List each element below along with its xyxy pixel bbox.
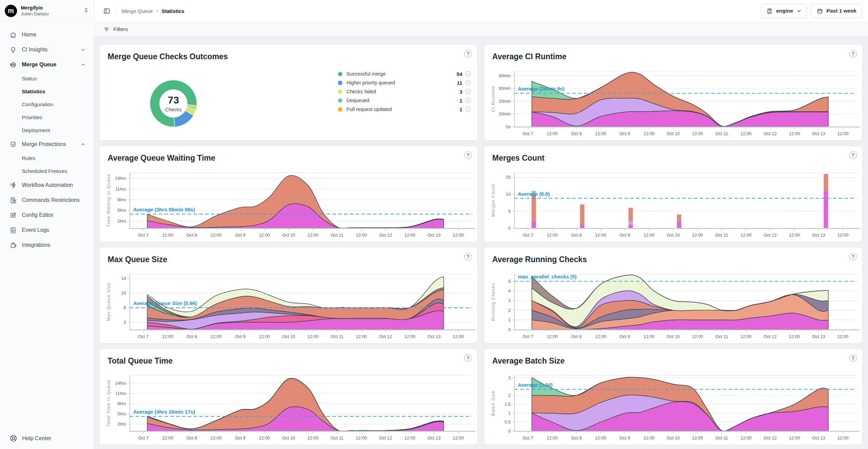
svg-text:Oct 13: Oct 13 — [812, 131, 825, 136]
sidebar-item-status[interactable]: Status — [0, 72, 94, 85]
average-line-label: Average (8.8) — [518, 191, 550, 197]
file-lock-icon — [10, 197, 17, 204]
help-icon[interactable]: ? — [849, 354, 857, 362]
info-icon[interactable]: i — [465, 98, 471, 103]
svg-text:2hrs: 2hrs — [118, 219, 126, 224]
help-icon[interactable]: ? — [464, 151, 472, 159]
sidebar-item-integrations[interactable]: Integrations — [0, 238, 94, 253]
svg-text:12:00: 12:00 — [595, 131, 606, 136]
average-line-label: Average (4hrs 16min 17s) — [133, 409, 195, 415]
sidebar-item-rules[interactable]: Rules — [0, 152, 94, 165]
main-content: Merge Queue Checks Outcomes ? 73 Checks … — [94, 37, 868, 449]
shield-check-icon — [10, 141, 17, 148]
info-icon[interactable]: i — [465, 80, 471, 85]
help-icon[interactable]: ? — [849, 151, 857, 159]
sidebar: m Mergifyio Julien Danjou HomeCI Insight… — [0, 0, 94, 449]
svg-text:12:00: 12:00 — [211, 232, 222, 238]
help-icon[interactable]: ? — [849, 50, 857, 58]
batch-size-chart: 00.511.523Oct 712:00Oct 812:00Oct 912:00… — [484, 373, 862, 443]
svg-text:3: 3 — [508, 375, 511, 380]
svg-text:40min: 40min — [499, 73, 511, 78]
legend-color-dot — [338, 107, 342, 112]
sidebar-item-configuration[interactable]: Configuration — [0, 98, 94, 111]
svg-text:0: 0 — [508, 429, 511, 434]
svg-text:Oct 10: Oct 10 — [282, 334, 295, 339]
svg-text:Oct 12: Oct 12 — [764, 232, 777, 238]
svg-text:Oct 10: Oct 10 — [282, 232, 295, 238]
home-icon — [10, 31, 17, 38]
info-icon[interactable]: i — [465, 71, 471, 77]
sidebar-item-merge-queue[interactable]: mMerge Queue — [0, 57, 94, 72]
y-axis-title: Merges Count — [491, 184, 496, 217]
svg-text:12:00: 12:00 — [404, 435, 416, 440]
svg-text:Oct 8: Oct 8 — [571, 334, 582, 339]
sidebar-item-statistics[interactable]: Statistics — [0, 85, 94, 98]
sidebar-item-commands-restrictions[interactable]: Commands Restrictions — [0, 193, 94, 208]
panel-title: Average Batch Size — [492, 356, 565, 366]
bar-segment-salmon — [580, 204, 585, 225]
svg-text:1.5: 1.5 — [505, 402, 511, 407]
panel-checks-outcomes: Merge Queue Checks Outcomes ? 73 Checks … — [99, 44, 478, 141]
svg-text:Oct 8: Oct 8 — [186, 232, 197, 238]
breadcrumb-merge-queue[interactable]: Merge Queue — [122, 8, 153, 14]
unfold-icon[interactable] — [83, 7, 89, 15]
info-icon[interactable]: i — [465, 107, 471, 112]
queue-waiting-chart: 2hrs5hrs8hrs11hrs14hrsOct 712:00Oct 812:… — [100, 170, 477, 240]
sidebar-item-config-editor[interactable]: Config Editor — [0, 208, 94, 223]
max-queue-size-chart: 261014Oct 712:00Oct 812:00Oct 912:00Oct … — [100, 271, 477, 341]
sidebar-item-label: Commands Restrictions — [22, 197, 80, 203]
svg-text:Oct 7: Oct 7 — [138, 232, 149, 238]
repository-select[interactable]: engine — [761, 4, 807, 18]
info-icon[interactable]: i — [465, 89, 471, 94]
sidebar-item-ci-insights[interactable]: CI Insights — [0, 42, 94, 57]
legend-row-checks-failed: Checks failed3i — [338, 87, 471, 96]
sidebar-item-scheduled-freezes[interactable]: Scheduled Freezes — [0, 165, 94, 178]
help-center-link[interactable]: Help Center — [10, 434, 51, 442]
svg-text:Oct 13: Oct 13 — [812, 232, 825, 238]
help-icon[interactable]: ? — [464, 253, 472, 260]
bar-segment-magenta — [824, 191, 828, 228]
legend-row-higher-priority-queued: Higher priority queued11i — [338, 78, 471, 87]
svg-text:Oct 7: Oct 7 — [138, 435, 149, 440]
svg-text:12:00: 12:00 — [837, 232, 849, 238]
svg-text:12:00: 12:00 — [162, 232, 173, 238]
chevron-up-icon — [80, 142, 86, 147]
svg-text:12:00: 12:00 — [837, 435, 849, 440]
svg-text:Oct 11: Oct 11 — [331, 232, 343, 238]
svg-text:12:00: 12:00 — [547, 334, 558, 339]
svg-text:0.5: 0.5 — [505, 419, 511, 424]
legend-label: Checks failed — [346, 89, 376, 94]
sidebar-item-merge-protections[interactable]: Merge Protections — [0, 137, 94, 152]
sidebar-toggle-icon[interactable] — [103, 7, 110, 15]
svg-text:12:00: 12:00 — [356, 334, 367, 339]
org-switcher[interactable]: m Mergifyio Julien Danjou — [0, 0, 94, 22]
sidebar-item-event-logs[interactable]: Event Logs — [0, 223, 94, 238]
sidebar-item-priorities[interactable]: Priorities — [0, 111, 94, 124]
sidebar-item-label: Event Logs — [22, 227, 49, 233]
svg-text:Oct 11: Oct 11 — [331, 435, 343, 440]
svg-text:12:00: 12:00 — [453, 334, 464, 339]
svg-text:2: 2 — [124, 320, 126, 325]
time-range-button[interactable]: Past 1 week — [811, 4, 862, 18]
svg-text:5hrs: 5hrs — [118, 411, 126, 416]
svg-text:Oct 11: Oct 11 — [715, 232, 728, 238]
topbar-divider — [116, 7, 116, 15]
filters-bar[interactable]: Filters — [94, 22, 868, 37]
sidebar-item-workflow-automation[interactable]: Workflow Automation — [0, 178, 94, 193]
svg-text:12:00: 12:00 — [453, 232, 464, 238]
time-range-label: Past 1 week — [826, 8, 856, 14]
svg-text:5: 5 — [508, 209, 511, 214]
svg-text:2hrs: 2hrs — [118, 421, 126, 427]
sidebar-item-label: Merge Protections — [22, 141, 66, 147]
sidebar-item-home[interactable]: Home — [0, 27, 94, 42]
bar-segment-salmon — [824, 174, 828, 191]
help-icon[interactable]: ? — [849, 253, 857, 260]
svg-text:Oct 8: Oct 8 — [571, 232, 582, 238]
svg-text:0s: 0s — [506, 124, 511, 129]
svg-text:Oct 9: Oct 9 — [620, 131, 630, 136]
svg-text:Oct 12: Oct 12 — [764, 435, 777, 440]
help-icon[interactable]: ? — [464, 354, 472, 362]
help-icon[interactable]: ? — [464, 50, 472, 58]
sidebar-item-deployment[interactable]: Deployment — [0, 124, 94, 137]
donut-chart — [149, 79, 198, 128]
